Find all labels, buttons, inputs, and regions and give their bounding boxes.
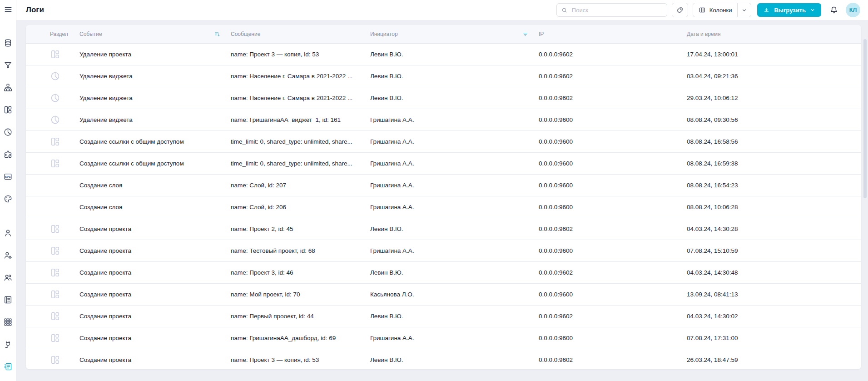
initiator-cell: Гришагина А.А. [370, 138, 539, 145]
column-header-1[interactable]: Событие [79, 31, 231, 38]
dashboard-icon [50, 333, 60, 343]
event-cell: Создание проекта [79, 335, 231, 341]
event-cell: Создание слоя [79, 182, 231, 189]
sidebar-item-user[interactable] [2, 226, 15, 239]
section-cell [26, 355, 79, 365]
table-row[interactable]: Создание проекта name: Мой проект, id: 7… [26, 284, 861, 306]
sidebar-item-svg[interactable]: SVG [2, 170, 15, 183]
table-row[interactable]: Создание проекта name: Проект 3 — копия,… [26, 349, 861, 369]
initiator-cell: Левин В.Ю. [370, 313, 539, 320]
message-cell: time_limit: 0, shared_type: unlimited, s… [231, 138, 370, 145]
dashboard-icon [50, 49, 60, 60]
menu-icon[interactable] [4, 5, 13, 16]
datetime-cell: 04.03.24, 14:30:02 [687, 313, 861, 320]
table-row[interactable]: Удаление виджета name: Население г. Сама… [26, 87, 861, 109]
column-header-label: IP [539, 31, 544, 37]
table-row[interactable]: Создание ссылки с общим доступом time_li… [26, 131, 861, 153]
sidebar-item-book[interactable] [2, 293, 15, 306]
section-cell [26, 267, 79, 278]
filter-icon[interactable] [522, 31, 529, 38]
column-header-3[interactable]: Инициатор [370, 31, 539, 38]
event-cell: Удаление виджета [79, 116, 231, 123]
datetime-cell: 08.08.24, 16:59:38 [687, 160, 861, 167]
table-row[interactable]: Создание проекта name: ГришагинаАА_дашбо… [26, 327, 861, 349]
ip-cell: 0.0.0.0:9600 [539, 116, 687, 123]
event-cell: Создание проекта [79, 226, 231, 232]
sidebar-item-sitemap[interactable] [2, 81, 15, 94]
logs-table-card: РазделСобытиеСообщениеИнициаторIPДата и … [26, 25, 861, 369]
ip-cell: 0.0.0.0:9600 [539, 182, 687, 189]
sidebar-item-dashboard[interactable] [2, 103, 15, 116]
book-icon [3, 295, 13, 305]
export-button-label: Выгрузить [774, 7, 806, 14]
sidebar-item-filter[interactable] [2, 59, 15, 71]
datetime-cell: 08.08.24, 10:06:28 [687, 204, 861, 211]
dashboard-icon [3, 105, 13, 115]
search-icon [561, 7, 568, 14]
sidebar-item-database[interactable] [2, 36, 15, 49]
sidebar-nav-top: SVG [2, 36, 15, 215]
sidebar-item-users-group[interactable] [2, 271, 15, 284]
section-cell [26, 71, 79, 81]
columns-button[interactable]: Колонки [693, 3, 738, 17]
tag-button[interactable] [672, 3, 688, 17]
table-row[interactable]: Создание проекта name: Проект 3, id: 46 … [26, 262, 861, 284]
columns-dropdown-button[interactable] [737, 3, 751, 17]
export-button[interactable]: Выгрузить [757, 3, 821, 17]
filter-icon [3, 60, 13, 70]
table-row[interactable]: Создание проекта name: Первый прооект, i… [26, 306, 861, 327]
sort-descending-icon[interactable] [214, 31, 221, 38]
datetime-cell: 29.03.24, 10:06:12 [687, 95, 861, 101]
datetime-cell: 13.09.24, 08:41:13 [687, 291, 861, 298]
column-header-label: Сообщение [231, 31, 260, 37]
datetime-cell: 04.03.24, 14:30:28 [687, 226, 861, 232]
ip-cell: 0.0.0.0:9602 [539, 356, 687, 363]
pie-chart-icon [3, 127, 13, 137]
column-header-5[interactable]: Дата и время [687, 31, 861, 37]
sidebar-item-pie-chart[interactable] [2, 125, 15, 138]
sidebar-item-puzzle[interactable] [2, 148, 15, 160]
ip-cell: 0.0.0.0:9600 [539, 160, 687, 167]
table-row[interactable]: Удаление проекта name: Проект 3 — копия,… [26, 44, 861, 65]
datetime-cell: 26.03.24, 18:47:59 [687, 356, 861, 363]
users-group-icon [3, 273, 13, 282]
sidebar-item-plug[interactable] [2, 338, 15, 351]
sidebar-item-apps-grid[interactable] [2, 316, 15, 328]
puzzle-icon [3, 150, 13, 159]
initiator-cell: Левин В.Ю. [370, 51, 539, 58]
topbar-controls: Колонки Выгрузить КЛ [556, 3, 860, 17]
table-row[interactable]: Удаление виджета name: Население г. Сама… [26, 65, 861, 87]
table-row[interactable]: Создание слоя name: Слой, id: 207 Гришаг… [26, 175, 861, 196]
initiator-cell: Левин В.Ю. [370, 73, 539, 80]
topbar: Логи Колонки [16, 0, 868, 20]
vertical-scrollbar-thumb[interactable] [863, 39, 867, 198]
notifications-button[interactable] [829, 5, 838, 15]
section-cell [26, 115, 79, 125]
sidebar-item-palette[interactable] [2, 192, 15, 205]
download-icon [763, 7, 770, 14]
datetime-cell: 07.08.24, 17:31:00 [687, 335, 861, 341]
sort-descending-icon [214, 31, 221, 38]
logs-icon [3, 362, 13, 371]
table-row[interactable]: Создание проекта name: Проект 2, id: 45 … [26, 218, 861, 240]
column-header-label: Событие [79, 31, 102, 37]
message-cell: name: Население г. Самара в 2021-2022 ..… [231, 73, 370, 80]
event-cell: Создание проекта [79, 313, 231, 320]
sidebar-item-user-settings[interactable] [2, 249, 15, 261]
column-header-0[interactable]: Раздел [26, 31, 79, 37]
dashboard-icon [50, 355, 60, 365]
column-header-4[interactable]: IP [539, 31, 687, 37]
plug-icon [3, 340, 13, 349]
table-row[interactable]: Удаление виджета name: ГришагинаАА_видже… [26, 109, 861, 131]
column-header-2[interactable]: Сообщение [231, 31, 370, 37]
table-row[interactable]: Создание слоя name: Слой, id: 206 Гришаг… [26, 196, 861, 218]
event-cell: Удаление проекта [79, 51, 231, 58]
avatar[interactable]: КЛ [846, 3, 860, 17]
search-input[interactable] [571, 6, 663, 14]
datetime-cell: 08.08.24, 16:58:56 [687, 138, 861, 145]
ip-cell: 0.0.0.0:9600 [539, 204, 687, 211]
table-row[interactable]: Создание ссылки с общим доступом time_li… [26, 153, 861, 175]
sidebar-item-logs[interactable] [2, 360, 15, 373]
table-row[interactable]: Создание проекта name: Тестовый проект, … [26, 240, 861, 262]
section-cell [26, 333, 79, 343]
